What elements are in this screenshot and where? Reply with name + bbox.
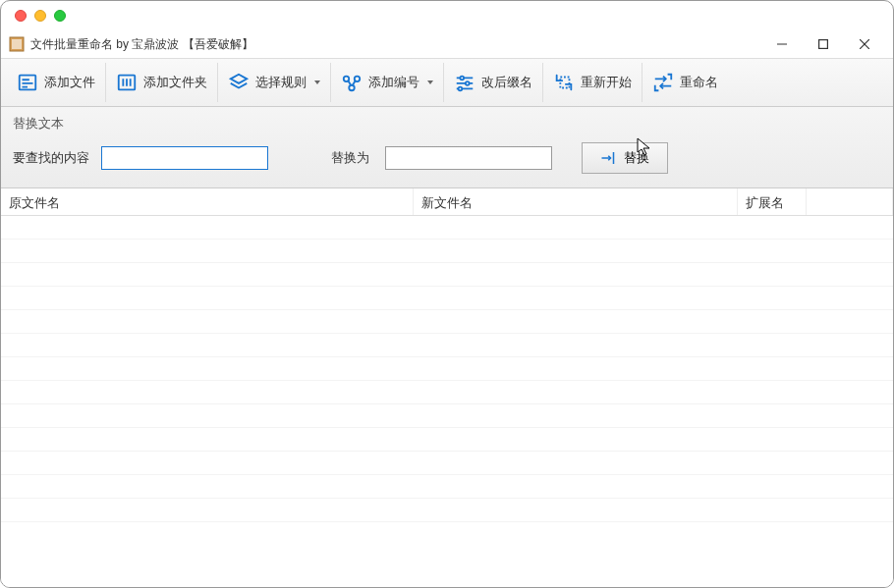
svg-line-18 <box>348 80 351 85</box>
table-row <box>1 428 893 452</box>
svg-point-25 <box>459 87 463 91</box>
table-row <box>1 499 893 522</box>
svg-rect-3 <box>819 40 828 49</box>
table-row <box>1 310 893 334</box>
add-folder-label: 添加文件夹 <box>143 74 207 91</box>
table-header: 原文件名 新文件名 扩展名 <box>1 188 893 216</box>
folder-icon <box>116 72 138 93</box>
file-add-icon <box>17 72 38 93</box>
app-icon <box>9 36 25 52</box>
table-row <box>1 287 893 310</box>
table-row <box>1 452 893 475</box>
nodes-icon <box>341 72 363 93</box>
layers-icon <box>228 72 250 93</box>
table-row <box>1 381 893 404</box>
column-original[interactable]: 原文件名 <box>1 188 414 215</box>
chevron-down-icon <box>427 80 433 84</box>
change-ext-label: 改后缀名 <box>481 74 532 91</box>
table-row <box>1 475 893 499</box>
table-row <box>1 240 893 263</box>
replace-panel: 替换文本 要查找的内容 替换为 替换 <box>1 107 893 188</box>
mac-zoom-button[interactable] <box>54 10 66 22</box>
maximize-button[interactable] <box>803 30 844 58</box>
svg-marker-14 <box>231 75 248 83</box>
replace-button-label: 替换 <box>624 149 649 167</box>
table-row <box>1 263 893 287</box>
svg-point-21 <box>460 77 464 80</box>
mac-titlebar <box>1 1 893 30</box>
column-spare <box>807 188 893 215</box>
table-row <box>1 404 893 428</box>
table-body[interactable] <box>1 216 893 587</box>
select-rule-label: 选择规则 <box>255 74 307 91</box>
find-label: 要查找的内容 <box>13 149 89 167</box>
restart-icon <box>553 72 575 93</box>
replace-with-label: 替换为 <box>331 149 369 167</box>
replace-section-title: 替换文本 <box>13 115 881 133</box>
add-file-button[interactable]: 添加文件 <box>7 63 106 102</box>
svg-rect-1 <box>12 39 22 49</box>
mac-minimize-button[interactable] <box>34 10 46 22</box>
replace-button[interactable]: 替换 <box>582 142 668 174</box>
add-folder-button[interactable]: 添加文件夹 <box>106 63 218 102</box>
app-titlebar: 文件批量重命名 by 宝鼎波波 【吾爱破解】 <box>1 30 893 58</box>
select-rule-button[interactable]: 选择规则 <box>218 63 331 102</box>
app-window: 文件批量重命名 by 宝鼎波波 【吾爱破解】 添加文件 <box>0 0 894 588</box>
minimize-button[interactable] <box>761 30 803 58</box>
mac-close-button[interactable] <box>15 10 27 22</box>
svg-point-23 <box>466 81 470 85</box>
column-ext[interactable]: 扩展名 <box>738 188 807 215</box>
sliders-icon <box>454 72 475 93</box>
add-number-button[interactable]: 添加编号 <box>331 63 444 102</box>
rename-button[interactable]: 重命名 <box>643 63 728 102</box>
svg-line-19 <box>353 80 356 85</box>
rename-label: 重命名 <box>680 74 718 91</box>
replace-row: 要查找的内容 替换为 替换 <box>13 142 881 174</box>
replace-input[interactable] <box>385 146 552 170</box>
chevron-down-icon <box>314 80 320 84</box>
svg-point-17 <box>349 85 355 91</box>
restart-label: 重新开始 <box>581 74 632 91</box>
change-ext-button[interactable]: 改后缀名 <box>444 63 543 102</box>
close-button[interactable] <box>844 30 885 58</box>
find-input[interactable] <box>101 146 268 170</box>
svg-rect-26 <box>560 78 569 88</box>
add-number-label: 添加编号 <box>368 74 419 91</box>
replace-icon <box>600 149 618 167</box>
file-table: 原文件名 新文件名 扩展名 <box>1 188 893 587</box>
rename-icon <box>652 72 674 93</box>
window-controls <box>761 30 885 58</box>
app-title: 文件批量重命名 by 宝鼎波波 【吾爱破解】 <box>30 36 761 53</box>
table-row <box>1 357 893 381</box>
table-row <box>1 334 893 357</box>
restart-button[interactable]: 重新开始 <box>543 63 643 102</box>
table-row <box>1 216 893 240</box>
toolbar: 添加文件 添加文件夹 选择规则 <box>1 58 893 107</box>
column-new[interactable]: 新文件名 <box>414 188 738 215</box>
add-file-label: 添加文件 <box>44 74 95 91</box>
